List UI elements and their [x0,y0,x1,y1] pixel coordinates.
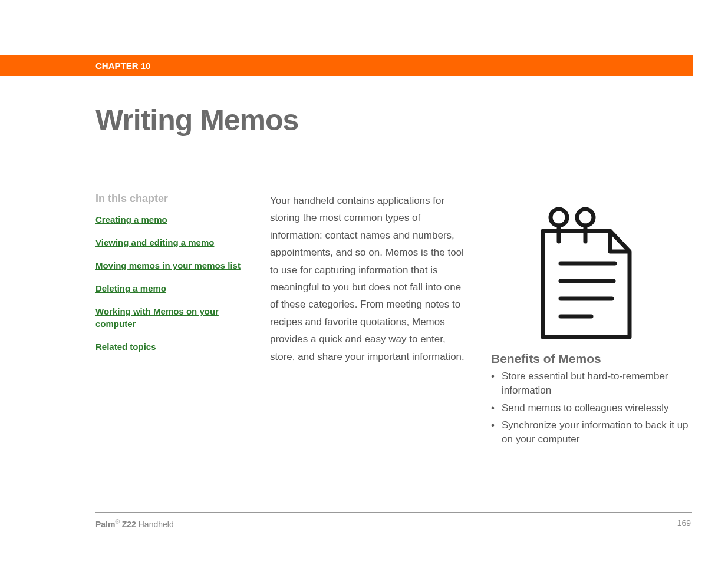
benefit-item: Send memos to colleagues wirelessly [491,401,689,415]
footer-reg: ® [115,518,119,525]
footer-brand: Palm [95,520,115,529]
page-title: Writing Memos [95,103,298,137]
toc-link-deleting[interactable]: Deleting a memo [95,282,249,295]
benefit-item: Store essential but hard-to-remember inf… [491,369,689,398]
chapter-label: CHAPTER 10 [95,61,150,71]
benefit-item: Synchronize your information to back it … [491,418,689,447]
benefits-heading: Benefits of Memos [491,352,601,366]
toc-heading: In this chapter [95,193,168,205]
footer-product: Palm® Z22 Handheld [95,518,174,529]
benefits-list: Store essential but hard-to-remember inf… [491,369,689,450]
svg-point-4 [551,209,567,226]
toc-list: Creating a memo Viewing and editing a me… [95,213,249,353]
svg-point-6 [577,209,594,226]
footer-model: Z22 [122,520,136,529]
intro-paragraph: Your handheld contains applications for … [270,192,472,365]
toc-link-moving[interactable]: Moving memos in your memos list [95,259,249,272]
footer-page-number: 169 [677,518,691,528]
toc-link-viewing[interactable]: Viewing and editing a memo [95,236,249,249]
toc-link-related[interactable]: Related topics [95,340,249,353]
chapter-bar: CHAPTER 10 [0,55,693,76]
notepad-icon [526,207,650,345]
toc-link-creating[interactable]: Creating a memo [95,213,249,226]
footer-rule [95,512,692,513]
footer-device: Handheld [139,520,174,529]
toc-link-working[interactable]: Working with Memos on your computer [95,305,249,330]
